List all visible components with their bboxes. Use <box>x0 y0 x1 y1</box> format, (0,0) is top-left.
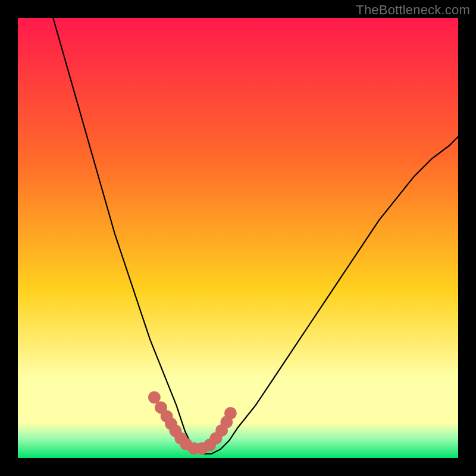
chart-frame: TheBottleneck.com <box>0 0 476 476</box>
marker-dot <box>224 407 237 419</box>
plot-svg <box>18 18 458 458</box>
watermark-text: TheBottleneck.com <box>356 2 470 18</box>
plot-area <box>18 18 458 458</box>
gradient-background <box>18 18 458 458</box>
